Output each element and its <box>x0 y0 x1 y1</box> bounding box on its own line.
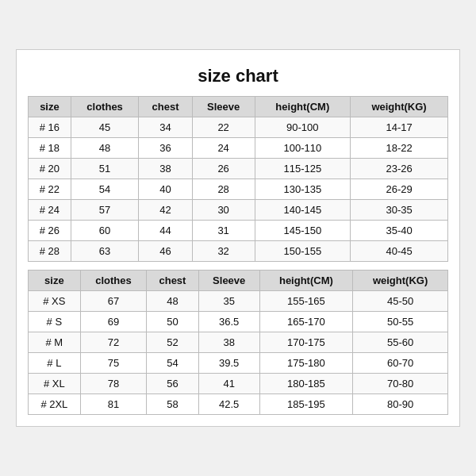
table1-header: sizeclotheschestSleeveheight(CM)weight(K… <box>29 97 448 117</box>
table-cell: 60-70 <box>353 353 448 374</box>
table2-body: # XS674835155-16545-50# S695036.5165-170… <box>29 291 448 415</box>
table-cell: 80-90 <box>353 394 448 415</box>
table-row: # 20513826115-12523-26 <box>29 159 448 179</box>
table-cell: 63 <box>71 241 139 262</box>
table-cell: 81 <box>80 394 146 415</box>
table-row: # L755439.5175-18060-70 <box>29 353 448 374</box>
table-spacer <box>28 262 448 270</box>
table-cell: 180-185 <box>259 374 353 394</box>
table-cell: 48 <box>71 138 139 159</box>
table-cell: 54 <box>147 353 199 374</box>
table-cell: 75 <box>80 353 146 374</box>
table-cell: 26 <box>192 159 255 179</box>
table2-header: sizeclotheschestSleeveheight(CM)weight(K… <box>29 271 448 291</box>
table-cell: 175-180 <box>259 353 353 374</box>
table-cell: 41 <box>198 374 259 394</box>
table-cell: # L <box>29 353 81 374</box>
table-row: # 2XL815842.5185-19580-90 <box>29 394 448 415</box>
table-cell: 44 <box>139 221 192 241</box>
table-cell: 46 <box>139 241 192 262</box>
table-cell: 45-50 <box>353 291 448 312</box>
table2-header-cell: Sleeve <box>198 271 259 291</box>
table-cell: 50-55 <box>353 312 448 332</box>
table-row: # XS674835155-16545-50 <box>29 291 448 312</box>
table-cell: # XS <box>29 291 81 312</box>
table-cell: 31 <box>192 221 255 241</box>
table-cell: # 26 <box>29 221 71 241</box>
table-cell: 50 <box>147 312 199 332</box>
table-cell: # 16 <box>29 117 71 138</box>
table-row: # S695036.5165-17050-55 <box>29 312 448 332</box>
table-row: # 18483624100-11018-22 <box>29 138 448 159</box>
table-cell: 26-29 <box>351 179 448 200</box>
table-cell: # M <box>29 332 81 353</box>
table-cell: 14-17 <box>351 117 448 138</box>
table-row: # 28634632150-15540-45 <box>29 241 448 262</box>
table1-header-cell: size <box>29 97 71 117</box>
table-cell: 42.5 <box>198 394 259 415</box>
table-cell: 32 <box>192 241 255 262</box>
table-cell: # 20 <box>29 159 71 179</box>
table-cell: 54 <box>71 179 139 200</box>
table-row: # 26604431145-15035-40 <box>29 221 448 241</box>
table-cell: 34 <box>139 117 192 138</box>
table-cell: 100-110 <box>255 138 351 159</box>
table1-header-cell: chest <box>139 97 192 117</box>
table-cell: 28 <box>192 179 255 200</box>
table-cell: 22 <box>192 117 255 138</box>
table-cell: 18-22 <box>351 138 448 159</box>
table-cell: 145-150 <box>255 221 351 241</box>
table-cell: # 24 <box>29 200 71 221</box>
table-cell: 90-100 <box>255 117 351 138</box>
chart-title: size chart <box>28 58 448 96</box>
table-cell: 52 <box>147 332 199 353</box>
table-cell: # 28 <box>29 241 71 262</box>
table-cell: 30-35 <box>351 200 448 221</box>
table-cell: 35 <box>198 291 259 312</box>
size-table-1: sizeclotheschestSleeveheight(CM)weight(K… <box>28 96 448 262</box>
table-cell: 185-195 <box>259 394 353 415</box>
table-cell: # 18 <box>29 138 71 159</box>
table-cell: 48 <box>147 291 199 312</box>
table1-header-cell: clothes <box>71 97 139 117</box>
table-row: # 22544028130-13526-29 <box>29 179 448 200</box>
table1-body: # 1645342290-10014-17# 18483624100-11018… <box>29 117 448 262</box>
table-cell: 150-155 <box>255 241 351 262</box>
table-cell: 36.5 <box>198 312 259 332</box>
table-cell: 60 <box>71 221 139 241</box>
table-cell: 72 <box>80 332 146 353</box>
table-cell: 78 <box>80 374 146 394</box>
table-row: # 1645342290-10014-17 <box>29 117 448 138</box>
table-cell: 40 <box>139 179 192 200</box>
table-cell: 38 <box>139 159 192 179</box>
table-cell: # 2XL <box>29 394 81 415</box>
table-cell: 24 <box>192 138 255 159</box>
table1-header-cell: weight(KG) <box>351 97 448 117</box>
table-row: # XL785641180-18570-80 <box>29 374 448 394</box>
table-cell: 35-40 <box>351 221 448 241</box>
table-cell: 40-45 <box>351 241 448 262</box>
table-cell: # S <box>29 312 81 332</box>
table-cell: 130-135 <box>255 179 351 200</box>
table2-header-cell: size <box>29 271 81 291</box>
table-cell: 55-60 <box>353 332 448 353</box>
table-cell: 70-80 <box>353 374 448 394</box>
table-cell: 58 <box>147 394 199 415</box>
size-table-2: sizeclotheschestSleeveheight(CM)weight(K… <box>28 270 448 415</box>
table2-header-row: sizeclotheschestSleeveheight(CM)weight(K… <box>29 271 448 291</box>
table1-header-row: sizeclotheschestSleeveheight(CM)weight(K… <box>29 97 448 117</box>
chart-wrapper: size chart sizeclotheschestSleeveheight(… <box>16 49 460 427</box>
table-cell: # XL <box>29 374 81 394</box>
table-row: # M725238170-17555-60 <box>29 332 448 353</box>
table1-header-cell: Sleeve <box>192 97 255 117</box>
table-cell: 140-145 <box>255 200 351 221</box>
table-cell: 36 <box>139 138 192 159</box>
table-cell: 45 <box>71 117 139 138</box>
table1-header-cell: height(CM) <box>255 97 351 117</box>
table-cell: 170-175 <box>259 332 353 353</box>
table-cell: 115-125 <box>255 159 351 179</box>
table-row: # 24574230140-14530-35 <box>29 200 448 221</box>
table-cell: 30 <box>192 200 255 221</box>
table2-header-cell: clothes <box>80 271 146 291</box>
table-cell: 56 <box>147 374 199 394</box>
